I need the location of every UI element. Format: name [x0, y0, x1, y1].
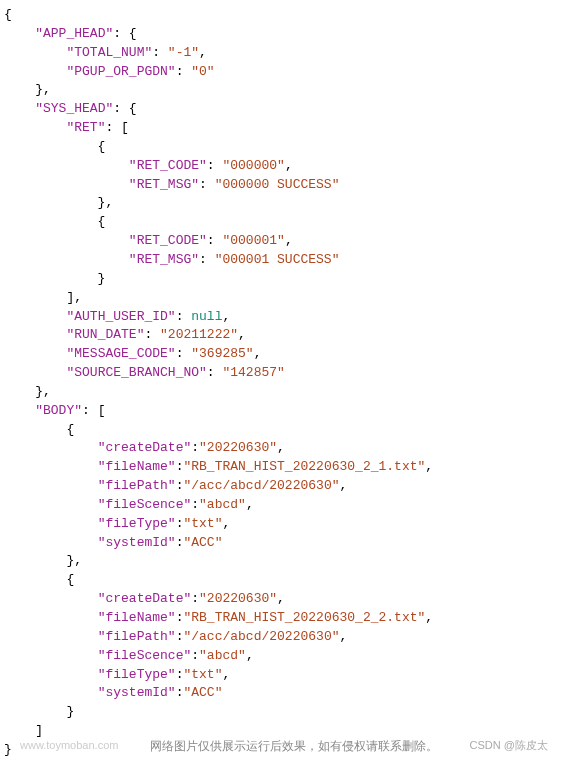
- json-value: "20211222": [160, 327, 238, 342]
- json-value: "000000": [222, 158, 284, 173]
- json-key: "systemId": [98, 685, 176, 700]
- json-key: "fileName": [98, 610, 176, 625]
- json-value: "000001 SUCCESS": [215, 252, 340, 267]
- json-key: "RET_CODE": [129, 158, 207, 173]
- json-value: "RB_TRAN_HIST_20220630_2_2.txt": [183, 610, 425, 625]
- json-value: "txt": [183, 667, 222, 682]
- json-value: "000000 SUCCESS": [215, 177, 340, 192]
- json-key: "PGUP_OR_PGDN": [66, 64, 175, 79]
- json-key: "systemId": [98, 535, 176, 550]
- json-value: "369285": [191, 346, 253, 361]
- json-key: "BODY": [35, 403, 82, 418]
- json-value: "/acc/abcd/20220630": [183, 629, 339, 644]
- json-value: "ACC": [183, 535, 222, 550]
- json-key: "MESSAGE_CODE": [66, 346, 175, 361]
- json-key: "fileScence": [98, 497, 192, 512]
- json-key: "fileType": [98, 516, 176, 531]
- json-null: null: [191, 309, 222, 324]
- json-value: "abcd": [199, 648, 246, 663]
- json-key: "RET": [66, 120, 105, 135]
- json-key: "RET_MSG": [129, 252, 199, 267]
- json-key: "RET_MSG": [129, 177, 199, 192]
- json-value: "RB_TRAN_HIST_20220630_2_1.txt": [183, 459, 425, 474]
- json-code-block: { "APP_HEAD": { "TOTAL_NUM": "-1", "PGUP…: [0, 0, 568, 757]
- json-value: "ACC": [183, 685, 222, 700]
- json-key: "createDate": [98, 440, 192, 455]
- json-value: "142857": [222, 365, 284, 380]
- json-value: "-1": [168, 45, 199, 60]
- json-key: "filePath": [98, 629, 176, 644]
- json-value: "abcd": [199, 497, 246, 512]
- json-key: "TOTAL_NUM": [66, 45, 152, 60]
- json-key: "RUN_DATE": [66, 327, 144, 342]
- json-value: "0": [191, 64, 214, 79]
- json-key: "RET_CODE": [129, 233, 207, 248]
- json-key: "fileType": [98, 667, 176, 682]
- json-key: "fileScence": [98, 648, 192, 663]
- json-key: "SYS_HEAD": [35, 101, 113, 116]
- json-key: "fileName": [98, 459, 176, 474]
- json-key: "APP_HEAD": [35, 26, 113, 41]
- json-key: "SOURCE_BRANCH_NO": [66, 365, 206, 380]
- json-value: "txt": [183, 516, 222, 531]
- json-key: "createDate": [98, 591, 192, 606]
- json-value: "20220630": [199, 591, 277, 606]
- json-key: "filePath": [98, 478, 176, 493]
- json-value: "/acc/abcd/20220630": [183, 478, 339, 493]
- json-value: "000001": [222, 233, 284, 248]
- json-key: "AUTH_USER_ID": [66, 309, 175, 324]
- json-value: "20220630": [199, 440, 277, 455]
